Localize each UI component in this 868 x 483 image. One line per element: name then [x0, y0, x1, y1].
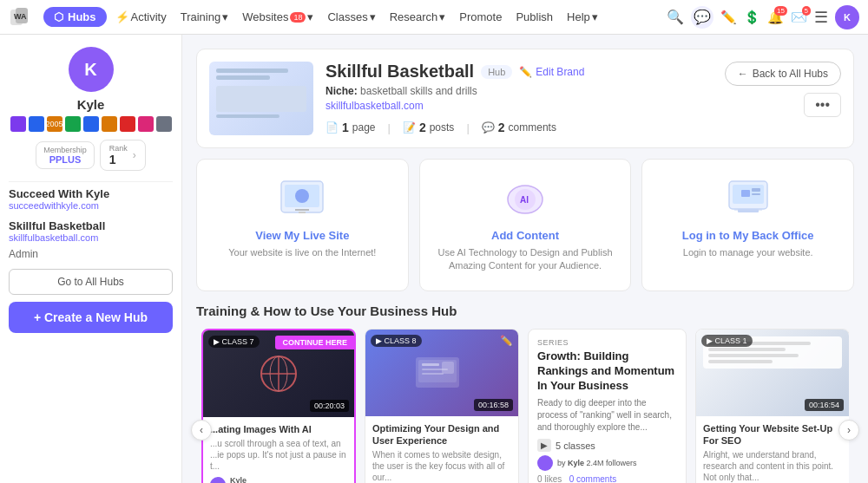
- hub-header: Skillful Basketball Hub ✏️ Edit Brand Ni…: [196, 49, 854, 148]
- edit-brand-button[interactable]: ✏️ Edit Brand: [519, 66, 584, 78]
- nav-item-websites[interactable]: Websites 18 ▾: [237, 10, 319, 23]
- svg-rect-15: [741, 190, 750, 197]
- svg-rect-17: [752, 193, 760, 195]
- membership-value: PPLUS: [43, 154, 87, 165]
- more-options-button[interactable]: •••: [804, 93, 841, 117]
- search-icon[interactable]: 🔍: [667, 9, 684, 25]
- back-to-all-hubs-button[interactable]: ← Back to All Hubs: [725, 62, 841, 86]
- sidebar-site2: Skillful Basketball skillfulbasketball.c…: [9, 219, 173, 243]
- svg-point-5: [295, 189, 309, 203]
- site1-url[interactable]: succeedwithkyle.com: [9, 200, 173, 211]
- messages-icon[interactable]: ✉️ 5: [791, 10, 807, 25]
- duration-2: 00:16:58: [474, 399, 513, 411]
- chat-icon[interactable]: 💬: [691, 6, 713, 29]
- badge-row2-4: [138, 116, 154, 132]
- nav-item-publish[interactable]: Publish: [510, 10, 558, 23]
- membership-label: Membership: [43, 146, 87, 154]
- class1-badge: ▶ CLASS 1: [701, 335, 753, 347]
- site1-name: Succeed With Kyle: [9, 187, 173, 200]
- websites-chevron-icon: ▾: [307, 10, 313, 23]
- hub-thumbnail: [209, 62, 313, 135]
- create-new-hub-button[interactable]: + Create a New Hub: [9, 302, 173, 333]
- badge-row3-1: [156, 116, 172, 132]
- svg-text:WA: WA: [14, 12, 27, 21]
- hub-stat-comments: 💬 2 comments: [482, 121, 556, 134]
- continue-badge-1: CONTINUE HERE: [275, 336, 354, 349]
- action-cards: View My Live Site Your website is live o…: [196, 159, 854, 291]
- hub-stat-posts: 📝 2 posts: [403, 121, 454, 134]
- rank-chevron-icon: ›: [133, 149, 136, 161]
- svg-rect-16: [752, 188, 760, 192]
- badge-blue: [29, 116, 44, 132]
- sidebar-username: Kyle: [77, 97, 105, 112]
- rank-value: 1: [109, 153, 128, 166]
- nav-item-promote[interactable]: Promote: [454, 10, 507, 23]
- class1-title: Getting Your Website Set-Up For SEO: [703, 422, 842, 447]
- top-nav: WA ⬡ Hubs ⚡ Activity Training ▾ Websites…: [0, 0, 868, 35]
- sidebar-user: K Kyle 2005 Membership PPLUS: [9, 47, 173, 171]
- nav-item-research[interactable]: Research ▾: [385, 10, 451, 23]
- stat-sep1: |: [388, 121, 391, 134]
- training-card-1-body: ...ating Images With AI ...u scroll thro…: [203, 417, 354, 483]
- badge-row2-1: [83, 116, 99, 132]
- action-card-back-office[interactable]: Log in to My Back Office Login to manage…: [641, 159, 854, 291]
- edit-icon-2[interactable]: ✏️: [500, 335, 513, 347]
- ai-icon: AI: [499, 177, 551, 220]
- research-chevron-icon: ▾: [439, 10, 445, 23]
- action-card-view-site[interactable]: View My Live Site Your website is live o…: [196, 159, 409, 291]
- hub-header-right: ← Back to All Hubs •••: [725, 62, 841, 117]
- sidebar: K Kyle 2005 Membership PPLUS: [0, 35, 182, 483]
- nav-item-help[interactable]: Help ▾: [562, 10, 603, 23]
- help-chevron-icon: ▾: [592, 10, 598, 23]
- series-author-name: Kyle: [568, 459, 584, 467]
- hub-info: Skillful Basketball Hub ✏️ Edit Brand Ni…: [326, 62, 713, 134]
- author-avatar-1: [210, 477, 226, 483]
- notifications-icon[interactable]: 🔔 15: [767, 10, 784, 25]
- sidebar-site1: Succeed With Kyle succeedwithkyle.com: [9, 187, 173, 211]
- action-card-office-desc: Login to manage your website.: [654, 246, 841, 259]
- monitor-icon: [722, 177, 774, 220]
- avatar[interactable]: K: [835, 5, 859, 29]
- training-card-2-desc: When it comes to website design, the use…: [372, 449, 511, 483]
- duration-1: 00:20:03: [310, 400, 349, 412]
- class1-desc: Alright, we understand brand, research a…: [703, 449, 842, 483]
- menu-icon[interactable]: ☰: [814, 8, 828, 27]
- series-comments[interactable]: 0 comments: [569, 474, 616, 483]
- hubs-button[interactable]: ⬡ Hubs: [43, 7, 107, 27]
- pencil-icon[interactable]: ✏️: [720, 10, 737, 25]
- carousel-right-arrow[interactable]: ›: [838, 420, 859, 441]
- hub-badge: Hub: [481, 65, 512, 79]
- hubs-label: Hubs: [68, 10, 96, 23]
- hub-stat-pages: 📄 1 page: [326, 121, 376, 134]
- site2-url[interactable]: skillfulbasketball.com: [9, 232, 173, 243]
- series-author: by Kyle 2.4M followers: [537, 455, 677, 471]
- training-card-1-title: ...ating Images With AI: [210, 423, 347, 435]
- rank-box: Rank 1 ›: [100, 140, 146, 171]
- action-card-ai-title: Add Content: [432, 229, 619, 242]
- go-to-all-hubs-button[interactable]: Go to All Hubs: [9, 269, 173, 295]
- classes-chevron-icon: ▾: [370, 10, 376, 23]
- arrow-left-icon: ←: [738, 68, 748, 80]
- comments-icon: 💬: [482, 121, 495, 134]
- series-card: SERIES Growth: Building Rankings and Mom…: [528, 329, 687, 483]
- site2-name: Skillful Basketball: [9, 219, 173, 232]
- nav-item-training[interactable]: Training ▾: [175, 10, 233, 23]
- training-section-title: Training & How to Use Your Business Hub: [196, 304, 854, 318]
- logo: WA: [9, 5, 40, 29]
- training-section-wrap: ‹ ▶ CLASS 7: [196, 329, 854, 483]
- class-badge-2: ▶ CLASS 8: [371, 335, 422, 347]
- nav-item-activity[interactable]: ⚡ Activity: [110, 10, 172, 23]
- training-chevron-icon: ▾: [222, 10, 228, 23]
- class-badge-1: ▶ CLASS 7: [208, 336, 260, 348]
- training-card-1: ▶ CLASS 7 CONTINUE HERE 00:20:03 ...atin…: [201, 329, 356, 483]
- dollar-icon[interactable]: 💲: [744, 10, 760, 25]
- carousel-left-arrow[interactable]: ‹: [191, 420, 212, 441]
- series-stats: 0 likes 0 comments: [537, 474, 677, 483]
- badge-row2-2: [102, 116, 117, 132]
- membership-box: Membership PPLUS: [36, 141, 95, 169]
- hub-url[interactable]: skillfulbasketball.com: [326, 100, 713, 112]
- action-card-add-content[interactable]: AI Add Content Use AI Technology to Desi…: [419, 159, 632, 291]
- nav-item-classes[interactable]: Classes ▾: [322, 10, 380, 23]
- svg-rect-24: [422, 363, 439, 366]
- sidebar-badges: 2005: [10, 116, 172, 132]
